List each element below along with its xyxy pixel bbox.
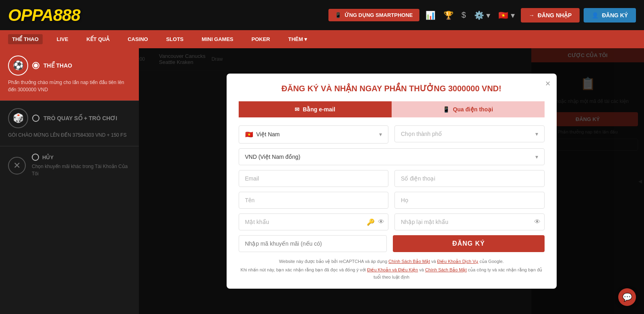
country-city-row: 🇻🇳 Việt Nam ▾ Chọn thành phố ▾ <box>239 125 545 144</box>
email-icon: ✉ <box>295 106 299 113</box>
login-button[interactable]: → ĐĂNG NHẬP <box>521 8 580 23</box>
terms-link-2[interactable]: Điều Khoản và Điều Kiện <box>367 267 418 272</box>
password-input[interactable] <box>239 213 389 230</box>
nav-slots[interactable]: SLOTS <box>162 34 188 44</box>
privacy-link-1[interactable]: Chính Sách Bảo Mật <box>388 259 430 264</box>
dollar-icon[interactable]: $ <box>460 10 468 20</box>
country-flag: 🇻🇳 <box>245 131 253 138</box>
legal-text-1: Website này được bảo vệ bởi reCAPTCHA và… <box>239 258 545 265</box>
login-icon: → <box>529 12 535 18</box>
nav-results[interactable]: KẾT QUẢ <box>83 34 114 44</box>
promo-games-icon: 🎲 <box>8 108 28 128</box>
country-select[interactable]: 🇻🇳 Việt Nam ▾ <box>239 125 389 144</box>
chat-bubble[interactable]: 💬 <box>618 288 636 306</box>
register-icon: 👤 <box>592 12 599 18</box>
city-chevron: ▾ <box>535 131 538 137</box>
promo-title-troquayso: TRÒ QUAY SỐ + TRÒ CHƠI <box>43 115 117 121</box>
tab-phone[interactable]: 📱 Qua điện thoại <box>392 101 545 117</box>
city-select[interactable]: Chọn thành phố ▾ <box>394 125 545 142</box>
name-row <box>239 192 545 209</box>
cancel-title: HỦY <box>42 154 54 160</box>
country-field: 🇻🇳 Việt Nam ▾ <box>239 125 389 144</box>
logo: OPPA888 <box>8 6 80 25</box>
city-field: Chọn thành phố ▾ <box>394 125 545 144</box>
modal-close-button[interactable]: × <box>545 78 551 89</box>
tab-email[interactable]: ✉ Bằng e-mail <box>239 101 392 117</box>
lastname-input[interactable] <box>394 192 545 209</box>
smartphone-icon: 📱 <box>335 12 341 18</box>
promo-panel: ⚽ THỂ THAO Phần thưởng chào mừng cho lần… <box>0 48 139 314</box>
register-modal: × ĐĂNG KÝ VÀ NHẬN NGAY PHẦN THƯỞNG 30000… <box>227 74 557 289</box>
phone-input[interactable] <box>394 170 545 187</box>
legal-text-2: Khi nhấn nút này, bạn xác nhận rằng bạn … <box>239 267 545 281</box>
promo-radio-cancel[interactable] <box>32 154 39 161</box>
country-name: Việt Nam <box>256 131 280 138</box>
nav-minigames[interactable]: MINI GAMES <box>198 34 237 44</box>
confirm-eye-icon[interactable]: 👁 <box>534 218 541 226</box>
modal-body: ĐĂNG KÝ VÀ NHẬN NGAY PHẦN THƯỞNG 3000000… <box>227 74 557 289</box>
privacy-link-2[interactable]: Chính Sách Bảo Mật <box>425 267 466 272</box>
promo-radio-thethao[interactable] <box>32 62 39 69</box>
cancel-circle-icon: ✕ <box>8 157 26 174</box>
stats-icon[interactable]: 📊 <box>423 10 438 20</box>
nav-live[interactable]: LIVE <box>53 34 72 44</box>
nav-casino[interactable]: CASINO <box>124 34 152 44</box>
language-icon[interactable]: 🇻🇳 ▾ <box>496 10 517 20</box>
header: OPPA888 📱 ỨNG DỤNG SMARTPHONE 📊 🏆 $ ⚙️ ▾… <box>0 0 644 30</box>
nav-more[interactable]: THÊM ▾ <box>284 34 311 44</box>
promo-radio-troquayso[interactable] <box>32 115 39 122</box>
confirm-input[interactable] <box>394 213 545 230</box>
email-input[interactable] <box>239 170 389 187</box>
promo-sport-icon: ⚽ <box>8 55 28 76</box>
promo-item-header: ⚽ THỂ THAO <box>8 55 131 76</box>
password-field: 🔑 👁 <box>239 213 389 230</box>
phone-icon: 📱 <box>443 106 450 113</box>
promo-item-troquayso[interactable]: 🎲 TRÒ QUAY SỐ + TRÒ CHƠI GÓI CHÀO MỪNG L… <box>0 101 139 146</box>
key-icon: 🔑 <box>367 218 375 226</box>
promo-code-row: ĐĂNG KÝ <box>239 235 545 252</box>
lastname-field <box>394 192 545 209</box>
terms-link-1[interactable]: Điều Khoản Dịch Vụ <box>437 259 478 264</box>
main-layout: ▼ Lọc ▲ ⚽ Bóng đá (26576) 🎾 Quần vợt (12… <box>0 48 644 314</box>
promo-desc-thethao: Phần thưởng chào mừng cho lần nap tiền đ… <box>8 79 131 93</box>
country-chevron: ▾ <box>379 131 382 138</box>
firstname-input[interactable] <box>239 192 389 209</box>
smartphone-btn[interactable]: 📱 ỨNG DỤNG SMARTPHONE <box>328 9 419 21</box>
main-nav: THỂ THAO LIVE KẾT QUẢ CASINO SLOTS MINI … <box>0 30 644 48</box>
register-button[interactable]: 👤 ĐĂNG KÝ <box>584 8 636 23</box>
phone-field <box>394 170 545 187</box>
trophy-icon[interactable]: 🏆 <box>442 10 456 20</box>
eye-icon[interactable]: 👁 <box>378 218 384 226</box>
header-right: 📱 ỨNG DỤNG SMARTPHONE 📊 🏆 $ ⚙️ ▾ 🇻🇳 ▾ → … <box>328 8 636 23</box>
chat-icon: 💬 <box>622 292 632 302</box>
tab-row: ✉ Bằng e-mail 📱 Qua điện thoại <box>239 101 545 117</box>
email-field <box>239 170 389 187</box>
email-phone-row <box>239 170 545 187</box>
promo-title-thethao: THỂ THAO <box>43 62 72 69</box>
city-placeholder: Chọn thành phố <box>401 131 442 137</box>
nav-sports[interactable]: THỂ THAO <box>8 34 43 44</box>
currency-select[interactable]: VND (Việt Nam đồng) ▾ <box>239 148 545 165</box>
confirm-field: 👁 <box>394 213 545 230</box>
cancel-desc: Chọn khuyến mãi khác trong Tài Khoản Của… <box>32 163 131 177</box>
nav-poker[interactable]: POKER <box>248 34 274 44</box>
promo-item2-header: 🎲 TRÒ QUAY SỐ + TRÒ CHƠI <box>8 108 131 128</box>
promo-item-thethao[interactable]: ⚽ THỂ THAO Phần thưởng chào mừng cho lần… <box>0 48 139 101</box>
promo-desc-troquayso: GÓI CHÀO MỪNG LÊN ĐẾN 37584303 VND + 150… <box>8 131 131 139</box>
submit-button[interactable]: ĐĂNG KÝ <box>393 235 545 252</box>
modal-title: ĐĂNG KÝ VÀ NHẬN NGAY PHẦN THƯỞNG 3000000… <box>239 84 545 93</box>
modal-overlay: ⚽ THỂ THAO Phần thưởng chào mừng cho lần… <box>0 48 644 314</box>
password-row: 🔑 👁 👁 <box>239 213 545 230</box>
currency-chevron: ▾ <box>535 154 538 160</box>
promo-code-input[interactable] <box>239 235 387 252</box>
settings-icon[interactable]: ⚙️ ▾ <box>472 10 493 20</box>
currency-row: VND (Việt Nam đồng) ▾ <box>239 148 545 165</box>
currency-value: VND (Việt Nam đồng) <box>245 154 301 160</box>
promo-item-cancel[interactable]: ✕ HỦY Chọn khuyến mãi khác trong Tài Kho… <box>0 146 139 185</box>
firstname-field <box>239 192 389 209</box>
